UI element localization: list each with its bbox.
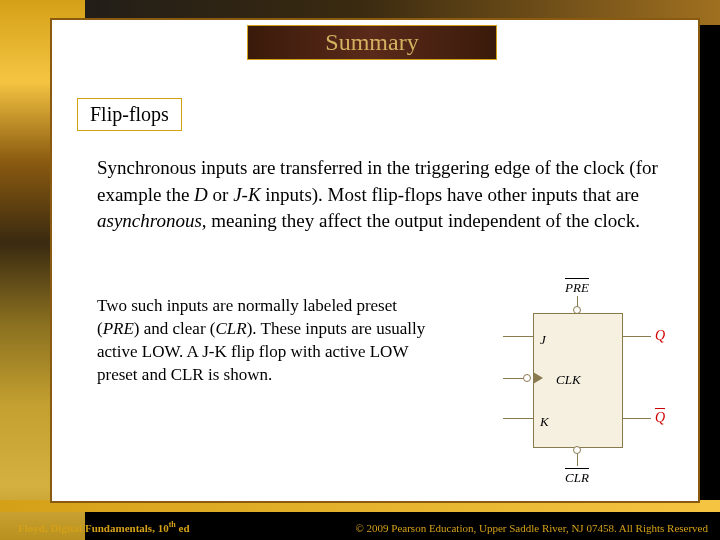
j-pin: J xyxy=(540,332,546,348)
k-pin: K xyxy=(540,414,549,430)
j-wire xyxy=(503,336,533,337)
slide-footer: Floyd, Digital Fundamentals, 10th ed © 2… xyxy=(0,515,720,540)
clk-wire xyxy=(503,378,523,379)
slide-subtitle: Flip-flops xyxy=(77,98,182,131)
qbar-label: Q xyxy=(655,410,665,426)
clk-pin: CLK xyxy=(556,372,581,388)
clr-wire xyxy=(577,454,578,466)
footer-book: Floyd, Digital Fundamentals, 10 xyxy=(18,522,169,534)
slide-title: Summary xyxy=(247,25,497,60)
p2-mid1: ) and clear ( xyxy=(134,319,216,338)
footer-right: © 2009 Pearson Education, Upper Saddle R… xyxy=(355,522,708,534)
clr-label: CLR xyxy=(565,470,589,486)
footer-ed: ed xyxy=(176,522,190,534)
p1-mid2: inputs). Most flip-flops have other inpu… xyxy=(261,184,639,205)
flipflop-diagram: PRE J CLK K Q Q CLR xyxy=(473,278,668,493)
qbar-wire xyxy=(623,418,651,419)
footer-left: Floyd, Digital Fundamentals, 10th ed xyxy=(18,520,190,534)
p2-clr-lbl: CLR xyxy=(215,319,246,338)
footer-sup: th xyxy=(169,520,176,529)
paragraph-1: Synchronous inputs are transferred in th… xyxy=(97,155,677,235)
clk-triangle xyxy=(533,372,543,384)
flipflop-body: J CLK K xyxy=(533,313,623,448)
p2-pre-lbl: PRE xyxy=(103,319,134,338)
paragraph-2: Two such inputs are normally labeled pre… xyxy=(97,295,437,387)
pre-label: PRE xyxy=(565,280,589,296)
p1-async: asynchronous xyxy=(97,210,202,231)
p1-post: , meaning they affect the output indepen… xyxy=(202,210,640,231)
q-wire xyxy=(623,336,651,337)
p1-jk: J-K xyxy=(233,184,260,205)
p1-mid1: or xyxy=(208,184,233,205)
clk-bubble xyxy=(523,374,531,382)
slide-content-area: Summary Flip-flops Synchronous inputs ar… xyxy=(50,18,700,503)
k-wire xyxy=(503,418,533,419)
p1-d: D xyxy=(194,184,208,205)
q-label: Q xyxy=(655,328,665,344)
clr-bubble xyxy=(573,446,581,454)
